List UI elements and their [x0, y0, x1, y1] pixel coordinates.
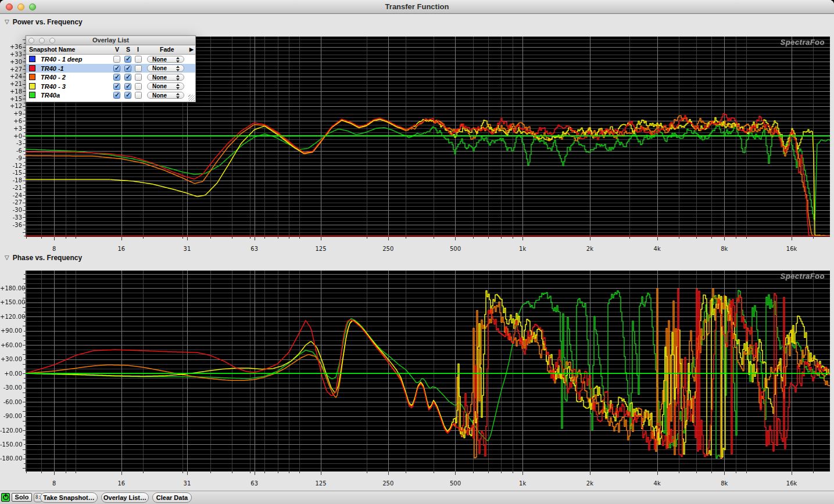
overlay-row-tr40-2[interactable]: TR40 - 2None	[26, 73, 195, 82]
x-tick-label: 2k	[577, 246, 603, 252]
fade-value: None	[152, 83, 167, 89]
x-tick-label: 250	[375, 480, 401, 487]
v-checkbox[interactable]	[113, 92, 120, 99]
spectrafoo-watermark: SpectraFoo	[780, 38, 825, 46]
stepper-arrows-icon	[176, 84, 180, 89]
x-tick-label: 1k	[510, 480, 535, 487]
spectrafoo-watermark: SpectraFoo	[780, 272, 825, 280]
v-checkbox[interactable]	[113, 74, 120, 81]
power-x-axis: 81631631252505001k2k4k8k16k	[26, 242, 830, 251]
phase-plot-canvas[interactable]	[21, 271, 830, 476]
power-enable-icon[interactable]	[1, 493, 10, 502]
overlay-list-button[interactable]: Overlay List…	[101, 492, 149, 503]
v-checkbox[interactable]	[113, 65, 120, 72]
y-tick-label: -30.00	[0, 384, 22, 391]
power-section-label: Power vs. Frequency	[13, 18, 83, 26]
overlay-row-tr40-1-deep[interactable]: TR40 - 1 deepNone	[26, 55, 195, 64]
y-tick-label: -90.00	[0, 413, 22, 419]
column-header-name: Snapshot Name	[29, 46, 75, 53]
y-tick-label: -9	[0, 155, 22, 161]
i-checkbox[interactable]	[135, 56, 142, 63]
s-checkbox[interactable]	[124, 83, 131, 90]
x-tick-label: 8k	[711, 246, 737, 252]
y-tick-label: +30.00	[0, 356, 22, 362]
s-checkbox[interactable]	[124, 56, 131, 63]
snapshot-name: TR40 -1	[41, 64, 64, 73]
overlay-list-window[interactable]: Overlay List Snapshot Name V S I Fade ▶ …	[26, 35, 196, 102]
y-tick-label: -12	[0, 163, 22, 169]
y-tick-label: +27	[0, 66, 22, 73]
column-header-v: V	[115, 46, 119, 53]
phase-plot: SpectraFoo +180.00+150.00+120.00+90.00+6…	[26, 271, 830, 471]
y-tick-label: -180.00	[0, 455, 22, 462]
y-tick-label: -3	[0, 140, 22, 146]
phase-x-axis: 81631631252505001k2k4k8k16k	[26, 476, 830, 485]
snapshot-color-swatch[interactable]	[29, 92, 35, 98]
i-checkbox[interactable]	[135, 65, 142, 72]
fade-dropdown[interactable]: None	[147, 82, 184, 90]
y-tick-label: -36	[0, 222, 22, 228]
v-checkbox[interactable]	[113, 83, 120, 90]
y-tick-label: -33	[0, 214, 22, 221]
stepper-arrows-icon	[176, 75, 180, 81]
fade-dropdown[interactable]: None	[147, 64, 184, 72]
x-tick-label: 16k	[779, 246, 804, 252]
y-tick-label: -6	[0, 147, 22, 154]
disclosure-triangle-icon[interactable]: ▽	[5, 254, 9, 261]
overlay-row-tr40a[interactable]: TR40aNone	[26, 91, 195, 100]
x-tick-label: 31	[174, 480, 200, 487]
y-tick-label: +30	[0, 59, 22, 65]
disclosure-triangle-icon[interactable]: ▽	[5, 19, 9, 25]
s-checkbox[interactable]	[124, 65, 131, 72]
phase-y-axis: +180.00+150.00+120.00+90.00+60.00+30.00+…	[0, 271, 24, 471]
y-tick-label: +36	[0, 44, 22, 50]
overlay-row-tr40-3[interactable]: TR40 - 3None	[26, 82, 195, 91]
window-titlebar[interactable]: Transfer Function	[0, 0, 834, 14]
y-tick-label: +24	[0, 73, 22, 80]
snapshot-color-swatch[interactable]	[29, 56, 35, 62]
scroll-right-icon[interactable]: ▶	[189, 46, 194, 53]
snapshot-color-swatch[interactable]	[29, 83, 35, 89]
y-tick-label: -150.00	[0, 441, 22, 448]
transfer-function-window: Transfer Function ▽Power vs. Frequency S…	[0, 0, 834, 504]
y-tick-label: +33	[0, 51, 22, 57]
v-checkbox[interactable]	[113, 56, 120, 63]
clear-data-button[interactable]: Clear Data	[152, 492, 192, 503]
x-tick-label: 1k	[510, 246, 535, 252]
fade-dropdown[interactable]: None	[147, 56, 184, 63]
fade-dropdown[interactable]: None	[147, 74, 184, 81]
s-checkbox[interactable]	[124, 92, 131, 99]
y-tick-label: +9	[0, 110, 22, 117]
y-tick-label: +90.00	[0, 327, 22, 334]
y-tick-label: -120.00	[0, 427, 22, 434]
x-tick-label: 2k	[577, 480, 603, 487]
i-checkbox[interactable]	[135, 74, 142, 81]
column-header-i: I	[137, 46, 139, 53]
s-checkbox[interactable]	[124, 74, 131, 81]
overlay-list-titlebar[interactable]: Overlay List	[26, 36, 195, 45]
overlay-list-title: Overlay List	[26, 36, 195, 45]
x-tick-label: 16	[109, 246, 134, 252]
x-tick-label: 63	[242, 480, 267, 487]
stepper-arrows-icon	[176, 57, 180, 63]
solo-button[interactable]: Solo	[12, 493, 32, 502]
phase-section-header: ▽Phase vs. Frequency	[5, 254, 82, 263]
x-tick-label: 4k	[645, 480, 670, 487]
fade-dropdown[interactable]: None	[147, 92, 184, 99]
y-tick-label: +150.00	[0, 299, 22, 305]
column-header-fade: Fade	[160, 46, 174, 53]
y-tick-label: +3	[0, 125, 22, 132]
x-tick-label: 8k	[711, 480, 737, 487]
i-checkbox[interactable]	[135, 83, 142, 90]
snapshot-color-swatch[interactable]	[29, 74, 35, 80]
snapshot-color-swatch[interactable]	[29, 65, 35, 71]
fade-value: None	[152, 56, 167, 63]
take-snapshot-button[interactable]: Take Snapshot…	[40, 492, 98, 503]
stepper-arrows-icon	[176, 66, 180, 71]
i-checkbox[interactable]	[135, 92, 142, 99]
x-tick-label: 31	[174, 246, 200, 252]
resize-handle[interactable]	[188, 95, 195, 101]
overlay-row-tr40-1[interactable]: TR40 -1None	[26, 64, 195, 73]
y-tick-label: +18	[0, 88, 22, 95]
x-tick-label: 250	[375, 246, 401, 252]
